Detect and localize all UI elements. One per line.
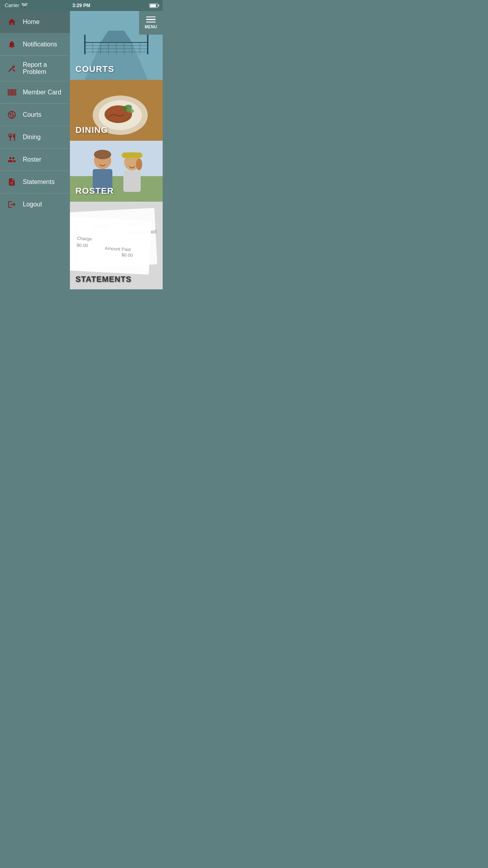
statements-card[interactable]: Charge $0.00 Amount Paid Charge $0.00 Am… (70, 202, 163, 289)
statements-icon (6, 177, 17, 188)
sidebar-item-home[interactable]: Home (0, 11, 70, 33)
bell-icon (6, 39, 17, 50)
sidebar-item-statements[interactable]: Statements (0, 171, 70, 193)
tennis-icon (6, 109, 17, 120)
dining-card[interactable]: DINING (70, 80, 163, 141)
courts-card-label: COURTS (75, 64, 114, 74)
sidebar-label-home: Home (23, 18, 40, 26)
svg-rect-1 (9, 89, 9, 96)
svg-text:Charge: Charge (77, 236, 92, 241)
app-container: Home Notifications Report a Problem (0, 11, 163, 289)
svg-rect-3 (11, 89, 11, 96)
sidebar-item-member-card[interactable]: Member Card (0, 81, 70, 104)
carrier-label: Carrier (5, 3, 19, 8)
svg-point-42 (136, 158, 142, 170)
roster-icon (6, 154, 17, 165)
svg-rect-7 (15, 89, 15, 96)
svg-text:$0.00: $0.00 (121, 252, 133, 257)
logout-icon (6, 199, 17, 210)
sidebar-item-logout[interactable]: Logout (0, 193, 70, 215)
sidebar-label-dining: Dining (23, 134, 40, 141)
sidebar-item-courts[interactable]: Courts (0, 104, 70, 126)
sidebar-label-member-card: Member Card (23, 89, 61, 96)
battery-icon (149, 4, 158, 8)
wifi-icon (22, 3, 28, 8)
sidebar-label-notifications: Notifications (23, 41, 57, 48)
sidebar-label-courts: Courts (23, 111, 41, 118)
svg-rect-43 (123, 170, 141, 192)
svg-rect-6 (14, 89, 15, 96)
svg-rect-34 (70, 141, 163, 176)
content-area: MENU (70, 11, 163, 289)
status-bar: Carrier 3:29 PM (0, 0, 163, 11)
sidebar-item-report[interactable]: Report a Problem (0, 56, 70, 81)
status-time: 3:29 PM (72, 3, 90, 8)
svg-rect-41 (123, 153, 141, 158)
svg-point-37 (94, 150, 111, 159)
svg-text:$0.00: $0.00 (77, 243, 88, 248)
svg-rect-0 (8, 89, 9, 96)
home-icon (6, 17, 17, 28)
statements-card-label: STATEMENTS (75, 275, 132, 284)
barcode-icon (6, 87, 17, 98)
roster-card[interactable]: ROSTER (70, 141, 163, 202)
sidebar-label-roster: Roster (23, 156, 41, 163)
svg-rect-8 (15, 89, 16, 96)
svg-rect-2 (10, 89, 11, 96)
menu-label: MENU (145, 25, 157, 29)
sidebar-label-logout: Logout (23, 201, 42, 208)
sidebar-item-dining[interactable]: Dining (0, 126, 70, 149)
menu-button[interactable]: MENU (139, 11, 163, 35)
dining-card-label: DINING (75, 125, 108, 135)
sidebar-item-notifications[interactable]: Notifications (0, 33, 70, 56)
sidebar: Home Notifications Report a Problem (0, 11, 70, 289)
roster-card-label: ROSTER (75, 186, 114, 196)
svg-rect-4 (11, 89, 13, 96)
sidebar-item-roster[interactable]: Roster (0, 149, 70, 171)
sidebar-label-report: Report a Problem (23, 61, 64, 75)
fork-icon (6, 132, 17, 143)
sidebar-label-statements: Statements (23, 178, 55, 186)
svg-rect-5 (13, 89, 13, 96)
wrench-icon (6, 63, 17, 74)
